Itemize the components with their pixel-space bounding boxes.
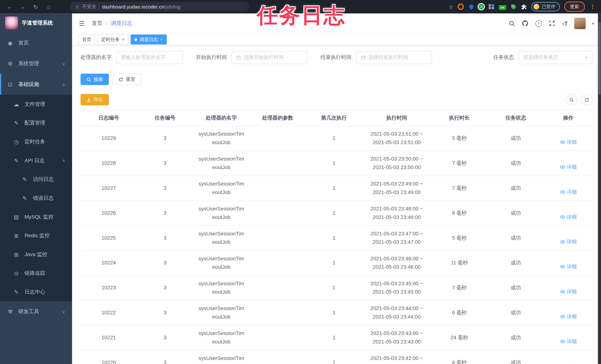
user-avatar[interactable] [574,18,586,29]
top-header: ☰ 首页 / 调度日志 ? TT [72,13,601,34]
extension-green-check-icon[interactable]: ✓ [478,4,484,10]
close-icon[interactable]: × [160,37,163,42]
scrollbar-thumb[interactable] [598,22,601,95]
cell-execute-time: 2021-05-03 23:48:00 ~ 2021-05-03 23:48:0… [362,201,431,226]
sidebar-item-dev-tools[interactable]: ⚒ 研发工具 ∨ [0,301,72,322]
detail-link[interactable]: 详细 [560,337,577,346]
cell-status: 成功 [488,350,544,364]
cell-actions: 详细 [544,300,592,325]
search-icon[interactable] [509,20,515,27]
search-button[interactable]: 搜索 [80,73,109,85]
hamburger-icon[interactable]: ☰ [79,20,85,28]
detail-link[interactable]: 详细 [560,312,577,321]
cell-task-id: 3 [137,151,193,176]
detail-link[interactable]: 详细 [560,287,577,296]
tab-job-log[interactable]: 调度日志 × [131,35,167,45]
scrollbar-track[interactable] [598,13,601,364]
cell-execute-time: 2021-05-03 23:50:00 ~ 2021-05-03 23:50:0… [362,151,431,176]
detail-link[interactable]: 详细 [560,138,577,146]
filter-form: 处理器的名字 请输入处理器的名字 开始执行时间 选择开始执行时间 [80,51,593,64]
sidebar-item-error-logs[interactable]: ✎ 错误日志 [0,189,72,208]
detail-link[interactable]: 详细 [560,262,577,271]
github-icon[interactable] [522,20,529,27]
cell-handler-param [250,251,306,275]
paused-label: 已暂停 [541,3,555,10]
sidebar-item-access-logs[interactable]: ✎ 访问日志 [0,170,72,189]
processor-name-input[interactable]: 请输入处理器的名字 [116,51,183,64]
extension-grid-icon[interactable] [488,4,494,10]
column-header: 处理器的名字 [193,110,250,126]
detail-link[interactable]: 详细 [560,163,577,171]
detail-link[interactable]: 详细 [560,362,577,364]
cell-handler-param [250,151,306,176]
sidebar-item-mysql-monitor[interactable]: ▤ MySQL 监控 [0,207,72,226]
reload-icon[interactable]: ↻ [32,3,39,10]
cell-status: 成功 [488,300,544,325]
export-button[interactable]: 导出 [80,94,109,105]
cell-log-id: 10220 [80,350,137,364]
breadcrumb-current[interactable]: 调度日志 [111,20,132,27]
cell-duration: 7 毫秒 [431,275,488,300]
sidebar-item-log-center[interactable]: ✎ 日志中心 [0,283,72,301]
edit-square-icon: ✎ [21,176,28,182]
detail-link[interactable]: 详细 [560,237,577,246]
reset-button[interactable]: 重置 [113,73,141,85]
bookmark-star-icon[interactable]: ☆ [449,4,453,10]
extension-blue-drop-icon[interactable] [468,4,474,10]
browser-update-button[interactable]: 更新 [564,1,585,12]
font-size-icon[interactable]: TT [562,20,568,26]
cell-duration: 7 毫秒 [431,151,488,176]
home-icon[interactable]: ⌂ [45,3,52,10]
tab-scheduled-tasks[interactable]: 定时任务 × [97,35,128,45]
cell-task-id: 3 [137,275,193,300]
column-header: 操作 [544,110,592,126]
profile-paused-badge[interactable]: 已暂停 [531,2,560,11]
cell-execute-time: 2021-05-03 23:49:00 ~ 2021-05-03 23:49:0… [362,176,431,201]
edit-square-icon: ✎ [13,157,20,163]
cell-handler-name: sysUserSessionTim eoutJob [193,251,250,275]
sidebar-item-infrastructure[interactable]: ⊡ 基础设施 ∧ [0,74,72,95]
detail-link[interactable]: 详细 [560,212,577,221]
task-status-select[interactable]: 请选择任务状态 ∨ [519,51,592,64]
chevron-up-icon: ∧ [62,82,65,86]
browser-menu-icon[interactable]: ⋮ [589,3,596,10]
refresh-icon[interactable] [581,94,592,105]
tags-bar: 首页 定时任务 × 调度日志 × [72,34,601,46]
sidebar-item-redis-monitor[interactable]: ≣ Redis 监控 [0,226,72,245]
cell-execute-index: 1 [306,251,362,275]
sidebar-item-file-management[interactable]: ☁ 文件管理 [0,95,72,113]
close-icon[interactable]: × [122,37,125,42]
active-dot [134,38,137,41]
detail-link[interactable]: 详细 [560,188,577,196]
forward-icon[interactable]: → [19,3,26,10]
sidebar-item-tracing[interactable]: ⊙ 链路追踪 [0,264,72,283]
sidebar-item-java-monitor[interactable]: ⊞ Java 监控 [0,245,72,264]
breadcrumb-home[interactable]: 首页 [92,20,102,27]
app-logo-row[interactable]: 芋道管理系统 [0,13,72,33]
sidebar-item-scheduled-tasks[interactable]: ◷ 定时任务 [0,132,72,151]
extension-orange-ring-icon[interactable] [458,4,464,10]
address-bar[interactable]: ⚠ 不安全 dashboard.yudao.iocoder.cn/job/log [70,2,249,11]
cell-handler-name: sysUserSessionTim eoutJob [193,275,250,300]
eye-icon [560,139,565,145]
cell-handler-param [250,126,306,151]
start-time-input[interactable]: 选择开始执行时间 [231,51,307,64]
sidebar-item-api-logs[interactable]: ✎ API 日志 ∧ [0,151,72,170]
eye-icon [560,264,565,269]
extension-on-badge-icon[interactable]: on [499,4,506,10]
fullscreen-icon[interactable] [549,20,555,27]
cell-task-id: 3 [137,226,193,251]
sidebar-item-config-management[interactable]: ✎ 配置管理 [0,113,72,132]
extension-leaf-icon[interactable] [511,4,517,10]
sidebar-item-home[interactable]: ◉ 首页 [0,32,72,53]
browser-window: ← → ↻ ⌂ ⚠ 不安全 dashboard.yudao.iocoder.cn… [0,0,601,364]
sidebar-item-system-management[interactable]: ⚙ 系统管理 ∨ [0,53,72,74]
show-search-icon[interactable] [566,94,577,105]
help-icon[interactable]: ? [535,20,542,27]
extensions-puzzle-icon[interactable] [521,4,527,10]
tab-home[interactable]: 首页 [78,35,95,45]
end-time-input[interactable]: 选择结束执行时间 [356,51,432,64]
header-actions: ? TT ▾ [509,18,594,29]
chevron-down-icon[interactable]: ▾ [592,21,594,26]
back-icon[interactable]: ← [6,3,13,10]
